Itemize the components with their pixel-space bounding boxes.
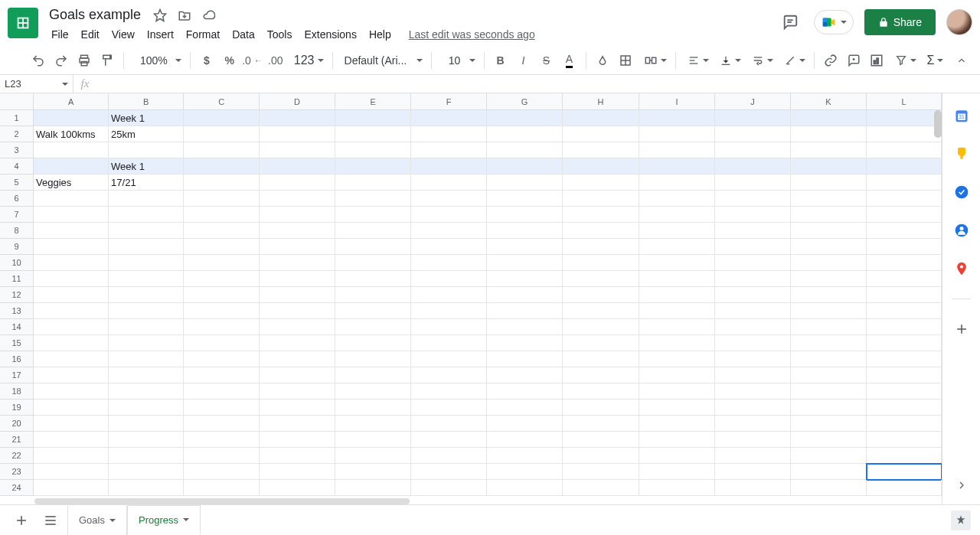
- strike-button[interactable]: S: [536, 50, 557, 71]
- cell-D10[interactable]: [260, 255, 335, 271]
- cell-L6[interactable]: [867, 191, 942, 207]
- cell-L20[interactable]: [867, 416, 942, 432]
- menu-format[interactable]: Format: [181, 25, 225, 44]
- cell-L12[interactable]: [867, 287, 942, 303]
- cell-I11[interactable]: [639, 271, 715, 287]
- cell-E11[interactable]: [335, 271, 411, 287]
- cell-B17[interactable]: [109, 367, 184, 383]
- cell-D22[interactable]: [260, 448, 335, 464]
- cell-D16[interactable]: [260, 351, 335, 367]
- cell-J15[interactable]: [715, 335, 791, 351]
- row-header-8[interactable]: 8: [0, 223, 34, 239]
- cell-E18[interactable]: [335, 383, 411, 400]
- cell-K14[interactable]: [791, 319, 867, 335]
- explore-button[interactable]: [951, 511, 971, 530]
- row-header-14[interactable]: 14: [0, 319, 34, 335]
- name-box[interactable]: L23: [0, 75, 74, 93]
- merge-dropdown[interactable]: [638, 50, 670, 71]
- cell-J23[interactable]: [715, 464, 791, 480]
- cell-K18[interactable]: [791, 383, 867, 400]
- vertical-scrollbar-thumb[interactable]: [934, 110, 942, 138]
- cell-C9[interactable]: [184, 239, 260, 255]
- row-header-24[interactable]: 24: [0, 480, 34, 496]
- cell-B5[interactable]: 17/21: [109, 175, 184, 191]
- cell-A21[interactable]: [34, 432, 109, 448]
- cell-F7[interactable]: [411, 207, 487, 223]
- cell-A11[interactable]: [34, 271, 109, 287]
- cell-C4[interactable]: [184, 158, 260, 175]
- row-header-4[interactable]: 4: [0, 158, 34, 175]
- cell-L23[interactable]: [867, 464, 942, 480]
- cell-E4[interactable]: [335, 158, 411, 175]
- cell-J1[interactable]: [715, 110, 791, 126]
- cell-E7[interactable]: [335, 207, 411, 223]
- cell-A2[interactable]: Walk 100kms: [34, 126, 109, 142]
- cell-K1[interactable]: [791, 110, 867, 126]
- cell-I8[interactable]: [639, 223, 715, 239]
- cell-I3[interactable]: [639, 142, 715, 158]
- borders-button[interactable]: [615, 50, 636, 71]
- wrap-dropdown[interactable]: [746, 50, 776, 71]
- cell-B21[interactable]: [109, 432, 184, 448]
- col-header-G[interactable]: G: [487, 93, 563, 109]
- cell-A3[interactable]: [34, 142, 109, 158]
- cell-A6[interactable]: [34, 191, 109, 207]
- cell-I4[interactable]: [639, 158, 715, 175]
- cell-C24[interactable]: [184, 480, 260, 496]
- cell-B10[interactable]: [109, 255, 184, 271]
- cell-I18[interactable]: [639, 383, 715, 400]
- cell-C18[interactable]: [184, 383, 260, 400]
- col-header-J[interactable]: J: [715, 93, 791, 109]
- menu-view[interactable]: View: [106, 25, 140, 44]
- cell-E3[interactable]: [335, 142, 411, 158]
- row-header-21[interactable]: 21: [0, 432, 34, 448]
- cell-C15[interactable]: [184, 335, 260, 351]
- cell-C10[interactable]: [184, 255, 260, 271]
- cell-G24[interactable]: [487, 480, 563, 496]
- cell-B4[interactable]: Week 1: [109, 158, 184, 175]
- cell-H8[interactable]: [563, 223, 639, 239]
- cell-B16[interactable]: [109, 351, 184, 367]
- cell-F19[interactable]: [411, 400, 487, 416]
- sheet-tab-goals[interactable]: Goals: [67, 506, 127, 535]
- cell-H13[interactable]: [563, 303, 639, 319]
- cell-H7[interactable]: [563, 207, 639, 223]
- cell-K8[interactable]: [791, 223, 867, 239]
- cell-L24[interactable]: [867, 480, 942, 496]
- cell-G16[interactable]: [487, 351, 563, 367]
- cell-I23[interactable]: [639, 464, 715, 480]
- cell-H24[interactable]: [563, 480, 639, 496]
- cell-F11[interactable]: [411, 271, 487, 287]
- col-header-I[interactable]: I: [639, 93, 715, 109]
- link-button[interactable]: [820, 50, 841, 71]
- cell-C5[interactable]: [184, 175, 260, 191]
- cell-L9[interactable]: [867, 239, 942, 255]
- calendar-icon[interactable]: 31: [953, 107, 970, 124]
- cell-G8[interactable]: [487, 223, 563, 239]
- cell-K5[interactable]: [791, 175, 867, 191]
- cell-L8[interactable]: [867, 223, 942, 239]
- sheet-tab-progress[interactable]: Progress: [127, 505, 201, 534]
- fill-color-button[interactable]: [592, 50, 613, 71]
- cell-D6[interactable]: [260, 191, 335, 207]
- cell-D3[interactable]: [260, 142, 335, 158]
- cell-A8[interactable]: [34, 223, 109, 239]
- cell-F5[interactable]: [411, 175, 487, 191]
- cell-C8[interactable]: [184, 223, 260, 239]
- cell-I20[interactable]: [639, 416, 715, 432]
- rotate-dropdown[interactable]: [778, 50, 808, 71]
- cell-G12[interactable]: [487, 287, 563, 303]
- cell-B13[interactable]: [109, 303, 184, 319]
- cell-A7[interactable]: [34, 207, 109, 223]
- spreadsheet-grid[interactable]: ABCDEFGHIJKL 1Week 12Walk 100kms25km34We…: [0, 93, 942, 504]
- cell-C2[interactable]: [184, 126, 260, 142]
- cell-C12[interactable]: [184, 287, 260, 303]
- row-header-20[interactable]: 20: [0, 416, 34, 432]
- cell-E1[interactable]: [335, 110, 411, 126]
- cell-I16[interactable]: [639, 351, 715, 367]
- collapse-toolbar-button[interactable]: [951, 50, 972, 71]
- cell-D18[interactable]: [260, 383, 335, 400]
- cell-H15[interactable]: [563, 335, 639, 351]
- cell-H2[interactable]: [563, 126, 639, 142]
- cell-L18[interactable]: [867, 383, 942, 400]
